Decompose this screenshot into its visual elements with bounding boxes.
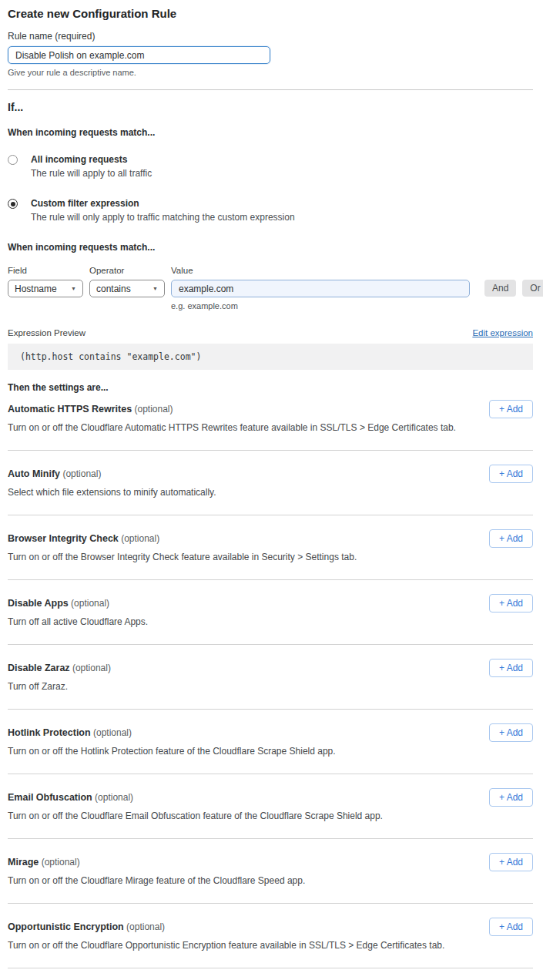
setting-name: Disable Apps bbox=[8, 598, 69, 609]
optional-label: (optional) bbox=[39, 857, 79, 868]
setting-description: Turn off all active Cloudflare Apps. bbox=[8, 616, 533, 627]
optional-label: (optional) bbox=[69, 598, 109, 609]
edit-expression-link[interactable]: Edit expression bbox=[472, 328, 533, 337]
value-hint: e.g. example.com bbox=[171, 301, 470, 310]
value-label: Value bbox=[171, 266, 470, 275]
chevron-down-icon: ▼ bbox=[153, 286, 158, 291]
optional-label: (optional) bbox=[132, 404, 173, 414]
setting-name: Hotlink Protection bbox=[8, 727, 91, 738]
and-button[interactable]: And bbox=[484, 280, 516, 297]
setting-title: Auto Minify (optional) bbox=[8, 468, 533, 479]
setting-title: Browser Integrity Check (optional) bbox=[8, 533, 533, 544]
or-button[interactable]: Or bbox=[522, 280, 543, 297]
setting-row-auto-minify: Auto Minify (optional)Select which file … bbox=[8, 451, 533, 515]
setting-title: Automatic HTTPS Rewrites (optional) bbox=[8, 404, 533, 414]
page-title: Create new Configuration Rule bbox=[8, 0, 533, 20]
rule-name-helper: Give your rule a descriptive name. bbox=[8, 68, 533, 77]
operator-select-value: contains bbox=[96, 284, 131, 294]
setting-title: Mirage (optional) bbox=[8, 857, 533, 868]
setting-name: Disable Zaraz bbox=[8, 663, 70, 673]
setting-description: Turn on or off the Cloudflare Automatic … bbox=[8, 422, 533, 433]
expression-builder-row: Field Hostname ▼ Operator contains ▼ Val… bbox=[8, 266, 533, 310]
setting-row-opportunistic-encryption: Opportunistic Encryption (optional)Turn … bbox=[8, 904, 533, 968]
add-auto-minify-button[interactable]: + Add bbox=[489, 465, 533, 483]
setting-description: Turn on or off the Browser Integrity Che… bbox=[8, 552, 533, 562]
setting-row-hotlink-protection: Hotlink Protection (optional)Turn on or … bbox=[8, 710, 533, 774]
add-hotlink-protection-button[interactable]: + Add bbox=[489, 723, 533, 742]
setting-name: Mirage bbox=[8, 857, 39, 868]
setting-row-browser-integrity-check: Browser Integrity Check (optional)Turn o… bbox=[8, 515, 533, 580]
add-automatic-https-rewrites-button[interactable]: + Add bbox=[489, 400, 533, 418]
setting-title: Hotlink Protection (optional) bbox=[8, 727, 533, 738]
radio-option-label: All incoming requests bbox=[31, 154, 152, 165]
field-column: Field Hostname ▼ bbox=[8, 266, 83, 297]
settings-list: Automatic HTTPS Rewrites (optional)Turn … bbox=[8, 393, 533, 968]
if-heading: If... bbox=[8, 101, 533, 113]
setting-name: Auto Minify bbox=[8, 468, 60, 479]
radio-option-label: Custom filter expression bbox=[31, 198, 295, 209]
add-disable-apps-button[interactable]: + Add bbox=[489, 594, 533, 612]
radio-option-description: The rule will only apply to traffic matc… bbox=[31, 212, 295, 223]
radio-button[interactable] bbox=[8, 155, 18, 165]
value-input[interactable] bbox=[171, 280, 470, 297]
setting-row-polish: Polish (optional) ✕ Change the settings … bbox=[8, 968, 533, 980]
optional-label: (optional) bbox=[92, 792, 133, 803]
setting-description: Turn on or off the Cloudflare Opportunis… bbox=[8, 940, 533, 951]
setting-title: Disable Zaraz (optional) bbox=[8, 663, 533, 673]
match-heading: When incoming requests match... bbox=[8, 127, 533, 138]
expression-preview-code: (http.host contains "example.com") bbox=[8, 344, 533, 370]
value-column: Value e.g. example.com bbox=[171, 266, 470, 310]
radio-option-all-incoming-requests[interactable]: All incoming requests The rule will appl… bbox=[8, 154, 533, 179]
section-divider bbox=[8, 89, 533, 90]
conjunction-buttons: And Or bbox=[478, 280, 543, 297]
setting-description: Turn on or off the Hotlink Protection fe… bbox=[8, 746, 533, 757]
optional-label: (optional) bbox=[124, 921, 165, 932]
create-configuration-rule-page: Create new Configuration Rule Rule name … bbox=[0, 0, 543, 980]
setting-row-email-obfuscation: Email Obfuscation (optional)Turn on or o… bbox=[8, 774, 533, 839]
field-select-value: Hostname bbox=[15, 284, 57, 294]
optional-label: (optional) bbox=[60, 468, 101, 479]
setting-row-disable-zaraz: Disable Zaraz (optional)Turn off Zaraz.+… bbox=[8, 645, 533, 710]
setting-description: Turn on or off the Cloudflare Mirage fea… bbox=[8, 875, 533, 886]
add-browser-integrity-check-button[interactable]: + Add bbox=[489, 529, 533, 548]
add-mirage-button[interactable]: + Add bbox=[489, 853, 533, 871]
setting-name: Email Obfuscation bbox=[8, 792, 92, 803]
add-disable-zaraz-button[interactable]: + Add bbox=[489, 659, 533, 677]
setting-description: Turn off Zaraz. bbox=[8, 681, 533, 692]
expression-builder-heading: When incoming requests match... bbox=[8, 242, 533, 253]
setting-name: Opportunistic Encryption bbox=[8, 921, 124, 932]
radio-button[interactable] bbox=[8, 199, 18, 209]
expression-preview-label: Expression Preview bbox=[8, 328, 85, 337]
radio-option-custom-filter-expression[interactable]: Custom filter expression The rule will o… bbox=[8, 198, 533, 223]
setting-name: Browser Integrity Check bbox=[8, 533, 119, 544]
setting-row-automatic-https-rewrites: Automatic HTTPS Rewrites (optional)Turn … bbox=[8, 393, 533, 451]
field-label: Field bbox=[8, 266, 83, 275]
setting-name: Automatic HTTPS Rewrites bbox=[8, 404, 132, 414]
operator-column: Operator contains ▼ bbox=[89, 266, 165, 297]
setting-title: Email Obfuscation (optional) bbox=[8, 792, 533, 803]
optional-label: (optional) bbox=[70, 663, 111, 673]
setting-row-disable-apps: Disable Apps (optional)Turn off all acti… bbox=[8, 580, 533, 645]
optional-label: (optional) bbox=[119, 533, 159, 544]
setting-title: Disable Apps (optional) bbox=[8, 598, 533, 609]
setting-description: Turn on or off the Cloudflare Email Obfu… bbox=[8, 811, 533, 821]
add-email-obfuscation-button[interactable]: + Add bbox=[489, 788, 533, 807]
chevron-down-icon: ▼ bbox=[71, 286, 76, 291]
field-select[interactable]: Hostname ▼ bbox=[8, 280, 83, 297]
rule-name-input[interactable] bbox=[8, 46, 270, 64]
add-opportunistic-encryption-button[interactable]: + Add bbox=[489, 918, 533, 936]
setting-description: Select which file extensions to minify a… bbox=[8, 487, 533, 498]
radio-option-description: The rule will apply to all traffic bbox=[31, 168, 152, 179]
operator-label: Operator bbox=[89, 266, 165, 275]
request-match-radio-group: All incoming requests The rule will appl… bbox=[8, 154, 533, 223]
operator-select[interactable]: contains ▼ bbox=[89, 280, 165, 297]
rule-name-label: Rule name (required) bbox=[8, 31, 533, 42]
then-settings-heading: Then the settings are... bbox=[8, 382, 533, 393]
setting-title: Opportunistic Encryption (optional) bbox=[8, 921, 533, 932]
optional-label: (optional) bbox=[91, 727, 132, 738]
expression-preview-row: Expression Preview Edit expression bbox=[8, 328, 533, 337]
setting-row-mirage: Mirage (optional)Turn on or off the Clou… bbox=[8, 839, 533, 904]
